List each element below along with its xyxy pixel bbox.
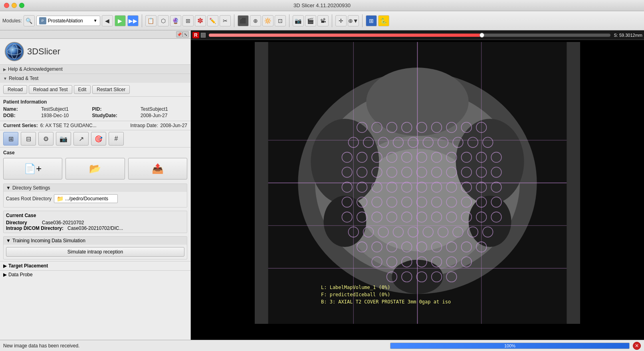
image-area[interactable]: L: LabelMapVolume_1 (0%) F: predictedIce… (191, 40, 644, 340)
pointer-button[interactable]: ✛ (335, 15, 347, 26)
help-section-header[interactable]: ▶ Help & Acknowledgement (0, 65, 190, 74)
progress-label: 100% (504, 343, 515, 348)
icon-toolbar: ⊞ ⊟ ⚙ 📷 ↗ 🎯 # (0, 130, 190, 148)
table-view-button[interactable]: ⊟ (21, 132, 36, 146)
training-section-content: Simulate intraop reception (4, 245, 187, 259)
crosshair-button[interactable]: ⊕ (250, 15, 261, 26)
training-section-header[interactable]: ▼ Training Incoming Data Simulation (4, 237, 187, 245)
pointer-options-button[interactable]: ⊕▼ (348, 15, 359, 26)
pid-label: PID: (92, 106, 137, 112)
dob-value: 1938-Dec-10 (41, 113, 88, 118)
annotation-button[interactable]: ↗ (73, 132, 89, 146)
directory-arrow-icon: ▼ (6, 185, 11, 191)
help-arrow-icon: ▶ (3, 67, 6, 72)
minimize-window-button[interactable] (12, 3, 17, 8)
name-label: Name: (3, 106, 37, 112)
panel-resize-button[interactable]: ⤡ (182, 31, 189, 38)
capture-icon-button[interactable]: 📷 (56, 132, 71, 146)
slicer-logo (5, 42, 24, 61)
close-case-button[interactable]: 📤 (128, 158, 187, 179)
target-placement-section: ▶ Target Placement (0, 261, 190, 270)
svg-point-8 (311, 119, 379, 204)
dicom-dir-label: Intraop DICOM Directory: (6, 225, 63, 231)
module-selector: Modules: 🔍 P ProstateAblation ▼ ◀ ▶ ▶▶ (2, 15, 139, 26)
simulate-button[interactable]: Simulate intraop reception (6, 247, 184, 257)
patient-grid: Name: TestSubject1 PID: TestSubject1 DOB… (3, 106, 187, 118)
viewer-pin-button[interactable] (201, 33, 206, 38)
record-button[interactable]: 📽 (317, 15, 329, 26)
screenshot-button[interactable]: 📷 (293, 15, 304, 26)
current-case-title: Current Case (6, 213, 184, 218)
svg-point-13 (469, 196, 511, 247)
transforms-button[interactable]: ⊞ (182, 15, 194, 26)
maximize-window-button[interactable] (19, 3, 24, 8)
current-case-section: Current Case Directory Case036-20210702 … (3, 211, 187, 233)
cases-root-label: Cases Root Directory (6, 196, 52, 201)
data-probe-section[interactable]: ▶ Data Probe (0, 270, 190, 279)
extensions-button[interactable]: ⊞ (366, 15, 377, 26)
viewer-slider[interactable] (209, 34, 611, 37)
open-case-button[interactable]: 📂 (65, 158, 125, 179)
help-section: ▶ Help & Acknowledgement (0, 65, 190, 74)
study-date-value: 2008-Jun-27 (141, 113, 187, 118)
zoom-button[interactable]: ⊡ (275, 15, 286, 26)
settings-button[interactable]: ⚙ (38, 132, 54, 146)
edit-button[interactable]: Edit (74, 85, 91, 94)
modules-label: Modules: (2, 18, 22, 24)
volumes-button[interactable]: ⬡ (158, 15, 169, 26)
view-button[interactable]: ⬛ (238, 15, 249, 26)
study-date-label: StudyDate: (92, 113, 137, 118)
pid-value: TestSubject1 (141, 106, 187, 112)
app-name: 3DSlicer (27, 46, 60, 57)
draw-button[interactable]: ✏️ (207, 15, 218, 26)
directory-section-header[interactable]: ▼ Directory Settings (4, 184, 187, 192)
python-button[interactable]: 🐍 (378, 15, 389, 26)
reload-and-test-button[interactable]: Reload and Test (29, 85, 72, 94)
intraop-date-label: Intraop Date: (130, 123, 158, 128)
window-controls[interactable] (4, 3, 24, 8)
current-series-label: Current Series: (3, 123, 38, 128)
grid-button[interactable]: # (109, 132, 124, 146)
folder-icon: 📁 (57, 195, 63, 202)
nav-forward-button[interactable]: ▶ (115, 15, 126, 26)
viewer-coord: S: 59.3012mm (614, 33, 642, 38)
restart-slicer-button[interactable]: Restart Slicer (92, 85, 130, 94)
series-view-button[interactable]: ⊞ (3, 132, 18, 146)
target-placement-label: Target Placement (8, 263, 48, 269)
viewer-toolbar: R S: 59.3012mm (191, 30, 644, 40)
scissors-button[interactable]: ✂ (220, 15, 231, 26)
models-button[interactable]: 🔮 (170, 15, 181, 26)
viewer-slider-thumb (480, 33, 484, 38)
scene-button[interactable]: 🎬 (305, 15, 316, 26)
nav-back-button[interactable]: ◀ (102, 15, 113, 26)
toolbar-separator-3 (289, 14, 289, 27)
case-title: Case (3, 150, 187, 156)
module-dropdown[interactable]: P ProstateAblation ▼ (36, 16, 100, 26)
case-dir-value: Case036-20210702 (42, 220, 84, 225)
case-dir-label: Directory (6, 220, 38, 225)
dicom-dir-value: Case036-20210702/DIC... (67, 225, 123, 231)
close-progress-button[interactable]: ✕ (633, 342, 641, 350)
svg-point-12 (324, 196, 367, 247)
directory-section-label: Directory Settings (12, 185, 50, 191)
toolbar-extensions: ⊞ 🐍 (366, 15, 389, 26)
new-case-button[interactable]: 📄+ (3, 158, 62, 179)
image-overlay-text: L: LabelMapVolume_1 (0%) F: predictedIce… (321, 284, 451, 305)
search-modules-button[interactable]: 🔍 (24, 15, 35, 26)
target-placement-header[interactable]: ▶ Target Placement (3, 263, 187, 269)
window-level-button[interactable]: 🔆 (262, 15, 273, 26)
reload-section-header[interactable]: ▼ Reload & Test (0, 74, 190, 83)
data-button[interactable]: 📋 (145, 15, 157, 26)
reload-buttons-row: Reload Reload and Test Edit Restart Slic… (3, 85, 187, 94)
viewer-orientation-label: R (192, 32, 199, 38)
close-window-button[interactable] (4, 3, 9, 8)
overlay-line-2: F: predictedIceball (0%) (321, 291, 451, 298)
reload-button[interactable]: Reload (3, 85, 27, 94)
cases-root-input[interactable]: 📁 .../pedro/Documents (54, 194, 118, 203)
reload-section: ▼ Reload & Test Reload Reload and Test E… (0, 74, 190, 97)
nav-forward2-button[interactable]: ▶▶ (127, 15, 139, 26)
contour-button[interactable]: 🎯 (91, 132, 106, 146)
panel-pin-button[interactable]: 📌 (176, 31, 182, 38)
progress-bar-container: 100% (390, 343, 630, 349)
markups-button[interactable]: ✽ (195, 15, 206, 26)
